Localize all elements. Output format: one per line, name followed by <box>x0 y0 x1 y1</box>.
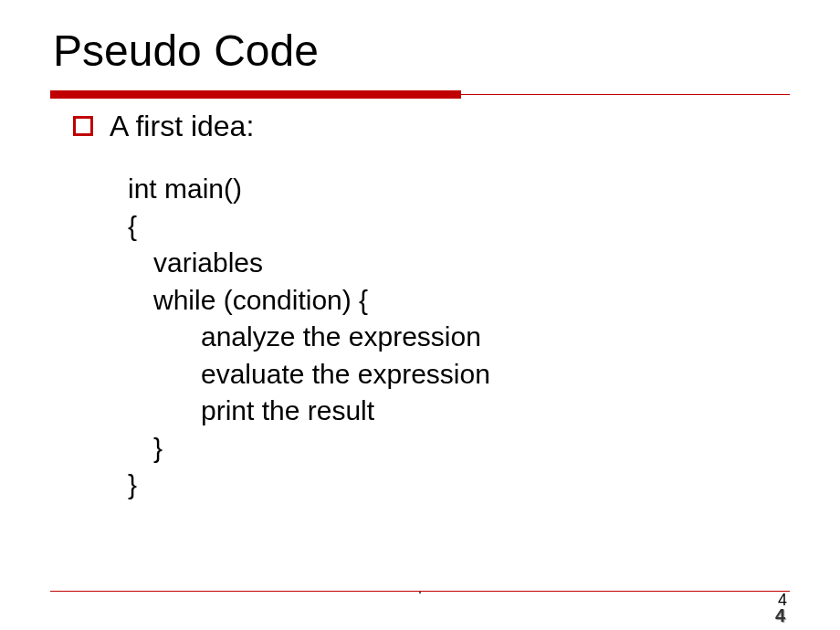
footer-dot: . <box>418 581 422 597</box>
code-line: } <box>128 467 840 504</box>
pseudocode-block: int main() { variables while (condition)… <box>0 143 840 504</box>
code-line: variables <box>128 245 840 282</box>
bullet-text: A first idea: <box>110 110 254 143</box>
bullet-item: A first idea: <box>0 99 840 143</box>
code-line: analyze the expression <box>128 319 840 356</box>
slide-title: Pseudo Code <box>0 0 840 76</box>
code-line: print the result <box>128 393 840 430</box>
page-number-shadow: 4 <box>775 605 785 626</box>
title-divider <box>50 90 790 99</box>
square-bullet-icon <box>73 116 93 136</box>
code-line: int main() <box>128 171 840 208</box>
code-line: } <box>128 430 840 467</box>
code-line: { <box>128 208 840 246</box>
code-line: evaluate the expression <box>128 356 840 394</box>
code-line: while (condition) { <box>128 282 840 320</box>
divider-thick-bar <box>50 90 461 99</box>
